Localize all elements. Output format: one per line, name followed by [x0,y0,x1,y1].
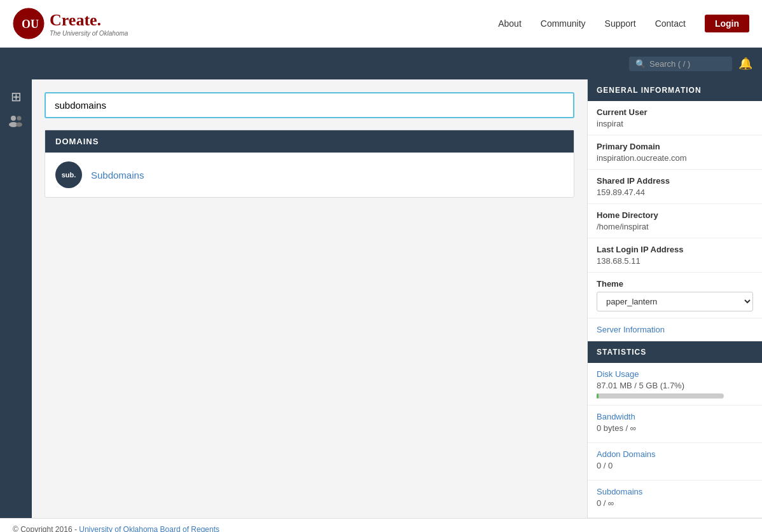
svg-point-5 [16,123,22,127]
left-sidebar: ⊞ [0,79,32,518]
theme-select[interactable]: paper_lantern default x3 [597,292,753,311]
home-dir-value: /home/inspirat [597,222,753,231]
login-button[interactable]: Login [705,15,749,32]
shared-ip-label: Shared IP Address [597,176,753,186]
home-dir-label: Home Directory [597,210,753,220]
primary-domain-value: inspiration.oucreate.com [597,153,753,163]
nav-links: About Community Support Contact Login [498,15,749,32]
nav-support[interactable]: Support [605,18,636,29]
footer-text: © Copyright 2016 - [13,525,79,532]
search-input[interactable] [649,59,726,69]
addon-domains-value: 0 / 0 [597,461,753,470]
domains-section: DOMAINS sub. Subdomains [45,130,574,198]
svg-text:OU: OU [22,18,39,31]
main-layout: ⊞ DOMAINS sub. Subdomains GENERAL INFORM… [0,79,762,518]
subdomains-stats-link[interactable]: Subdomains [597,487,753,496]
svg-point-2 [11,116,16,121]
domain-item: sub. Subdomains [45,153,574,197]
theme-row: Theme paper_lantern default x3 [588,273,762,318]
nav-about[interactable]: About [498,18,522,29]
logo-area: OU Create. The University of Oklahoma [13,8,128,39]
nav-contact[interactable]: Contact [655,18,686,29]
disk-usage-progress-fill [597,393,599,399]
top-navigation: OU Create. The University of Oklahoma Ab… [0,0,762,48]
server-info-link[interactable]: Server Information [588,318,762,341]
domains-header: DOMAINS [45,130,574,153]
logo-subtitle: The University of Oklahoma [50,30,128,37]
current-user-label: Current User [597,107,753,117]
last-login-label: Last Login IP Address [597,245,753,254]
search-box[interactable]: 🔍 [629,57,732,71]
content-area: DOMAINS sub. Subdomains [32,79,587,518]
footer: © Copyright 2016 - University of Oklahom… [0,518,762,532]
subdomains-item: Subdomains 0 / ∞ [588,481,762,518]
primary-domain-row: Primary Domain inspiration.oucreate.com [588,135,762,170]
domain-avatar: sub. [55,161,82,188]
disk-usage-link[interactable]: Disk Usage [597,369,753,379]
users-icon[interactable] [8,114,24,131]
current-user-value: inspirat [597,119,753,128]
statistics-header: STATISTICS [588,341,762,363]
svg-point-4 [17,116,22,121]
secondary-navigation: 🔍 🔔 [0,48,762,79]
search-icon: 🔍 [635,59,646,69]
disk-usage-value: 87.01 MB / 5 GB (1.7%) [597,381,753,390]
addon-domains-item: Addon Domains 0 / 0 [588,443,762,481]
subdomains-link[interactable]: Subdomains [91,170,144,181]
disk-usage-item: Disk Usage 87.01 MB / 5 GB (1.7%) [588,363,762,406]
shared-ip-value: 159.89.47.44 [597,188,753,197]
primary-domain-label: Primary Domain [597,142,753,151]
shared-ip-row: Shared IP Address 159.89.47.44 [588,170,762,204]
right-sidebar: GENERAL INFORMATION Current User inspira… [587,79,762,518]
notification-bell-icon[interactable]: 🔔 [738,57,752,71]
grid-icon[interactable]: ⊞ [11,89,22,104]
logo-title: Create. [50,11,128,30]
theme-label: Theme [597,279,753,289]
nav-community[interactable]: Community [541,18,586,29]
general-info-header: GENERAL INFORMATION [588,79,762,101]
main-search-input[interactable] [45,92,574,118]
home-dir-row: Home Directory /home/inspirat [588,204,762,238]
disk-usage-progress-bg [597,393,724,399]
ou-logo-icon: OU [13,8,45,39]
last-login-value: 138.68.5.11 [597,256,753,266]
current-user-row: Current User inspirat [588,101,762,135]
footer-link[interactable]: University of Oklahoma Board of Regents [79,525,219,532]
subdomains-stats-value: 0 / ∞ [597,498,753,508]
last-login-row: Last Login IP Address 138.68.5.11 [588,238,762,273]
bandwidth-item: Bandwidth 0 bytes / ∞ [588,406,762,443]
bandwidth-link[interactable]: Bandwidth [597,412,753,421]
bandwidth-value: 0 bytes / ∞ [597,423,753,433]
addon-domains-link[interactable]: Addon Domains [597,449,753,459]
